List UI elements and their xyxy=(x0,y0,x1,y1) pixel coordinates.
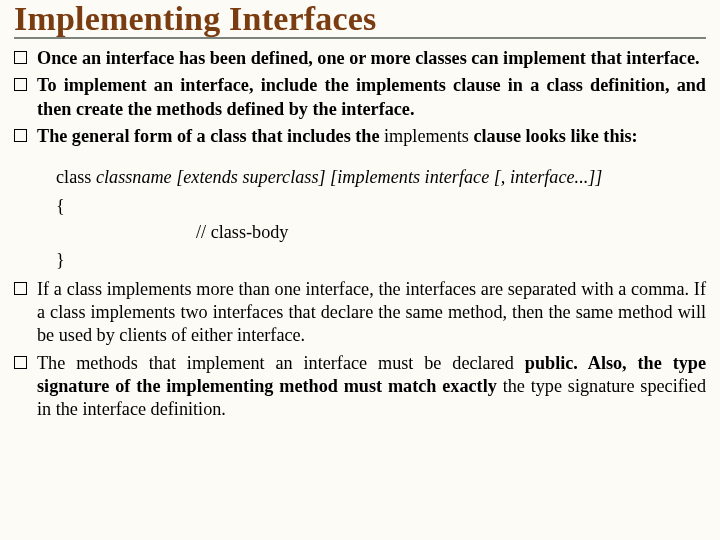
code-open-brace: { xyxy=(56,193,706,219)
checkbox-icon xyxy=(14,282,27,295)
code-block: class classname [extends superclass] [im… xyxy=(56,164,706,274)
code-close-brace: } xyxy=(56,247,706,273)
checkbox-icon xyxy=(14,51,27,64)
bullet-text: If a class implements more than one inte… xyxy=(37,278,706,348)
bullet-text-part: The general form of a class that include… xyxy=(37,126,384,146)
list-item: The methods that implement an interface … xyxy=(14,352,706,422)
checkbox-icon xyxy=(14,129,27,142)
code-line-signature: class classname [extends superclass] [im… xyxy=(56,164,706,190)
bullet-list-bottom: If a class implements more than one inte… xyxy=(14,278,706,422)
bullet-text-part: clause looks like this: xyxy=(469,126,638,146)
code-signature: classname [extends superclass] [implemen… xyxy=(91,167,602,187)
bullet-text: The methods that implement an interface … xyxy=(37,352,706,422)
bullet-text: Once an interface has been defined, one … xyxy=(37,47,700,70)
bullet-text: To implement an interface, include the i… xyxy=(37,74,706,121)
bullet-list-top: Once an interface has been defined, one … xyxy=(14,47,706,148)
slide: Implementing Interfaces Once an interfac… xyxy=(0,0,720,540)
page-title: Implementing Interfaces xyxy=(14,2,706,39)
keyword-public: public. xyxy=(525,353,578,373)
list-item: Once an interface has been defined, one … xyxy=(14,47,706,70)
list-item: To implement an interface, include the i… xyxy=(14,74,706,121)
keyword-class: class xyxy=(56,167,91,187)
keyword-implements: implements xyxy=(384,126,469,146)
list-item: The general form of a class that include… xyxy=(14,125,706,148)
bullet-text-part: The methods that implement an interface … xyxy=(37,353,525,373)
bullet-text: The general form of a class that include… xyxy=(37,125,638,148)
code-body: // class-body xyxy=(196,219,706,245)
checkbox-icon xyxy=(14,78,27,91)
list-item: If a class implements more than one inte… xyxy=(14,278,706,348)
checkbox-icon xyxy=(14,356,27,369)
